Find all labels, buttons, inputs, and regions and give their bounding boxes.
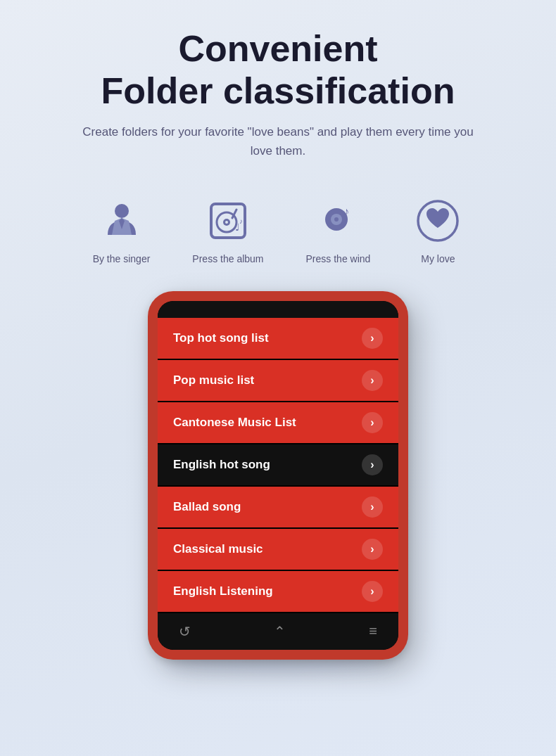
song-label-english-hot: English hot song bbox=[173, 458, 270, 472]
love-icon bbox=[415, 198, 460, 243]
song-item-classical[interactable]: Classical music › bbox=[158, 529, 398, 570]
wind-label: Press the wind bbox=[306, 253, 371, 264]
svg-text:♪: ♪ bbox=[239, 217, 243, 225]
song-label-pop-music: Pop music list bbox=[173, 373, 254, 387]
arrow-ballad: › bbox=[362, 496, 383, 518]
screen-top-bar bbox=[158, 301, 398, 318]
phone-screen: Top hot song list › Pop music list › Can… bbox=[158, 301, 398, 650]
song-item-english-listening[interactable]: English Listening › bbox=[158, 571, 398, 612]
singer-icon bbox=[99, 198, 144, 243]
song-item-ballad[interactable]: Ballad song › bbox=[158, 487, 398, 527]
icon-item-love: My love bbox=[412, 196, 463, 264]
main-title: Convenient Folder classification bbox=[81, 28, 475, 113]
song-label-english-listening: English Listening bbox=[173, 584, 273, 598]
song-label-classical: Classical music bbox=[173, 542, 263, 556]
singer-label: By the singer bbox=[93, 253, 151, 264]
arrow-top-hot: › bbox=[362, 328, 383, 349]
screen-bottom-nav: ↺ ⌃ ≡ bbox=[158, 613, 398, 650]
song-item-pop-music[interactable]: Pop music list › bbox=[158, 360, 398, 401]
svg-point-0 bbox=[115, 204, 129, 218]
song-item-english-hot[interactable]: English hot song › bbox=[158, 444, 398, 485]
svg-point-12 bbox=[334, 217, 339, 222]
wind-icon-circle: ♪ bbox=[312, 196, 363, 246]
song-item-cantonese[interactable]: Cantonese Music List › bbox=[158, 402, 398, 443]
menu-nav-icon[interactable]: ≡ bbox=[369, 623, 377, 639]
phone-device: Top hot song list › Pop music list › Can… bbox=[148, 291, 408, 660]
love-label: My love bbox=[421, 253, 455, 264]
back-nav-icon[interactable]: ↺ bbox=[179, 623, 191, 640]
wind-icon: ♪ bbox=[315, 198, 360, 243]
header-section: Convenient Folder classification Create … bbox=[81, 28, 475, 160]
singer-icon-circle bbox=[96, 196, 147, 246]
svg-point-6 bbox=[225, 221, 228, 224]
love-icon-circle bbox=[412, 196, 463, 246]
icons-row: By the singer ♩ ♪ Press the album bbox=[93, 196, 464, 264]
icon-item-singer: By the singer bbox=[93, 196, 151, 264]
arrow-english-hot: › bbox=[362, 454, 383, 475]
song-item-top-hot[interactable]: Top hot song list › bbox=[158, 318, 398, 359]
icon-item-wind: ♪ Press the wind bbox=[306, 196, 371, 264]
album-label: Press the album bbox=[192, 253, 263, 264]
icon-item-album: ♩ ♪ Press the album bbox=[192, 196, 263, 264]
phone-wrapper: Top hot song list › Pop music list › Can… bbox=[148, 291, 408, 660]
song-list: Top hot song list › Pop music list › Can… bbox=[158, 318, 398, 612]
center-nav-icon[interactable]: ⌃ bbox=[274, 623, 286, 640]
arrow-cantonese: › bbox=[362, 412, 383, 433]
album-icon-circle: ♩ ♪ bbox=[203, 196, 253, 246]
arrow-classical: › bbox=[362, 539, 383, 560]
subtitle-text: Create folders for your favorite "love b… bbox=[81, 122, 475, 160]
song-label-cantonese: Cantonese Music List bbox=[173, 416, 296, 430]
song-label-ballad: Ballad song bbox=[173, 500, 241, 514]
svg-text:♪: ♪ bbox=[343, 205, 349, 217]
arrow-english-listening: › bbox=[362, 581, 383, 602]
arrow-pop-music: › bbox=[362, 370, 383, 391]
song-label-top-hot: Top hot song list bbox=[173, 331, 269, 345]
album-icon: ♩ ♪ bbox=[206, 198, 251, 243]
page-container: Convenient Folder classification Create … bbox=[0, 0, 556, 756]
